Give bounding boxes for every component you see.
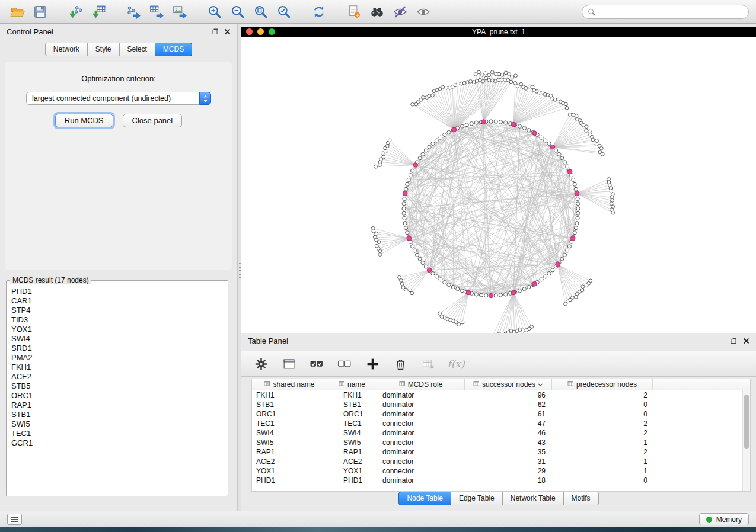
add-column-icon[interactable] bbox=[365, 356, 380, 371]
float-table-panel-icon[interactable] bbox=[731, 338, 737, 344]
mcds-result-box: MCDS result (17 nodes) PHD1CAR1STP4TID3Y… bbox=[6, 276, 228, 496]
table-row[interactable]: ORC1ORC1dominator610 bbox=[252, 409, 750, 419]
table-tab-edge-table[interactable]: Edge Table bbox=[451, 492, 503, 505]
show-columns-icon[interactable] bbox=[281, 356, 296, 371]
mcds-result-item[interactable]: STB1 bbox=[7, 410, 227, 419]
table-row[interactable]: STB1STB1dominator620 bbox=[252, 400, 750, 409]
deselect-all-icon[interactable] bbox=[337, 356, 352, 371]
mcds-result-item[interactable]: ACE2 bbox=[7, 372, 227, 382]
column-header-name[interactable]: name bbox=[327, 379, 377, 390]
table-row[interactable]: YOX1YOX1connector291 bbox=[252, 466, 750, 476]
mcds-result-item[interactable]: SWI5 bbox=[7, 419, 227, 429]
import-table-icon[interactable] bbox=[88, 2, 109, 21]
table-row[interactable]: RAP1RAP1dominator352 bbox=[252, 447, 750, 457]
control-tab-network[interactable]: Network bbox=[45, 43, 88, 56]
export-image-icon[interactable] bbox=[170, 2, 190, 21]
column-header-successor-nodes[interactable]: successor nodes bbox=[465, 379, 552, 390]
float-panel-icon[interactable] bbox=[212, 28, 218, 35]
mcds-result-item[interactable]: FKH1 bbox=[7, 363, 227, 372]
table-row[interactable]: PHD1PHD1dominator180 bbox=[252, 476, 750, 485]
control-tab-style[interactable]: Style bbox=[88, 43, 120, 56]
mcds-result-item[interactable]: GCR1 bbox=[7, 438, 227, 448]
cell-shared-name: ORC1 bbox=[252, 410, 327, 418]
criterion-selected-value: largest connected component (undirected) bbox=[32, 94, 171, 102]
mcds-result-item[interactable]: YOX1 bbox=[7, 325, 227, 334]
column-header-predecessor-nodes[interactable]: predecessor nodes bbox=[552, 379, 653, 390]
criterion-select[interactable]: largest connected component (undirected) bbox=[26, 92, 211, 105]
open-file-icon[interactable] bbox=[7, 2, 27, 21]
table-row[interactable]: SWI5SWI5connector431 bbox=[252, 438, 750, 447]
table-tab-network-table[interactable]: Network Table bbox=[503, 492, 564, 505]
export-network-icon[interactable] bbox=[123, 2, 143, 21]
mcds-result-item[interactable]: ORC1 bbox=[7, 391, 227, 400]
zoom-out-icon[interactable] bbox=[228, 2, 248, 21]
mcds-result-item[interactable]: RAP1 bbox=[7, 400, 227, 410]
cell-successor-nodes: 47 bbox=[465, 419, 552, 428]
export-table-icon[interactable] bbox=[146, 2, 167, 21]
window-maximize-icon[interactable] bbox=[269, 28, 275, 35]
zoom-selected-icon[interactable] bbox=[274, 2, 294, 21]
desktop-background bbox=[0, 527, 756, 532]
close-panel-button[interactable]: Close panel bbox=[123, 114, 183, 127]
table-settings-gear-icon[interactable] bbox=[253, 356, 269, 371]
cell-mcds-role: dominator bbox=[377, 400, 465, 409]
mcds-result-item[interactable]: STP4 bbox=[7, 306, 227, 315]
cell-name: SWI4 bbox=[327, 429, 377, 437]
mcds-result-item[interactable]: PMA2 bbox=[7, 353, 227, 363]
select-all-icon[interactable] bbox=[309, 356, 324, 371]
cell-predecessor-nodes: 0 bbox=[552, 410, 653, 418]
mcds-result-item[interactable]: TID3 bbox=[7, 315, 227, 325]
toolbar-search-field[interactable] bbox=[582, 5, 749, 19]
copy-style-icon[interactable] bbox=[344, 2, 364, 21]
table-scrollbar[interactable] bbox=[742, 390, 750, 491]
vertical-splitter[interactable] bbox=[237, 24, 241, 511]
cell-name: YOX1 bbox=[327, 467, 377, 475]
table-row[interactable]: TEC1TEC1connector472 bbox=[252, 419, 750, 428]
import-network-icon[interactable] bbox=[65, 2, 85, 21]
zoom-in-icon[interactable] bbox=[205, 2, 225, 21]
cell-predecessor-nodes: 2 bbox=[552, 448, 653, 456]
mcds-result-item[interactable]: PHD1 bbox=[7, 287, 227, 296]
window-close-icon[interactable] bbox=[246, 28, 253, 35]
scrollbar-thumb[interactable] bbox=[744, 395, 749, 449]
run-mcds-button[interactable]: Run MCDS bbox=[55, 114, 113, 127]
apply-layout-icon[interactable] bbox=[309, 2, 329, 21]
control-panel: Control Panel NetworkStyleSelectMCDS Opt… bbox=[0, 24, 237, 511]
memory-button[interactable]: Memory bbox=[699, 513, 749, 525]
window-minimize-icon[interactable] bbox=[257, 28, 264, 35]
search-icon bbox=[588, 9, 594, 14]
cell-name: PHD1 bbox=[327, 476, 377, 485]
mcds-result-item[interactable]: SWI4 bbox=[7, 334, 227, 344]
table-tab-node-table[interactable]: Node Table bbox=[398, 492, 451, 505]
table-icon bbox=[399, 380, 406, 389]
search-input[interactable] bbox=[598, 8, 742, 16]
zoom-fit-icon[interactable] bbox=[251, 2, 271, 21]
close-panel-icon[interactable] bbox=[224, 28, 231, 35]
mcds-result-item[interactable]: CAR1 bbox=[7, 296, 227, 306]
panel-menu-button[interactable] bbox=[7, 514, 22, 525]
mcds-result-item[interactable]: SRD1 bbox=[7, 344, 227, 353]
close-table-panel-icon[interactable] bbox=[743, 338, 749, 344]
table-row[interactable]: ACE2ACE2connector311 bbox=[252, 457, 750, 466]
column-header-shared-name[interactable]: shared name bbox=[252, 379, 327, 390]
column-header-mcds-role[interactable]: MCDS role bbox=[377, 379, 465, 390]
control-tab-mcds[interactable]: MCDS bbox=[155, 43, 192, 56]
mcds-result-item[interactable]: STB5 bbox=[7, 382, 227, 391]
hide-selected-icon[interactable] bbox=[390, 2, 410, 21]
cell-successor-nodes: 31 bbox=[465, 457, 552, 466]
chevron-down-icon[interactable] bbox=[538, 380, 543, 389]
delete-column-trash-icon[interactable] bbox=[393, 356, 408, 371]
control-tab-select[interactable]: Select bbox=[120, 43, 155, 56]
network-window-titlebar[interactable]: YPA_prune.txt_1 bbox=[241, 27, 756, 37]
mcds-result-item[interactable]: TEC1 bbox=[7, 429, 227, 438]
table-tab-motifs[interactable]: Motifs bbox=[564, 492, 599, 505]
cell-name: ACE2 bbox=[327, 457, 377, 466]
show-all-icon[interactable] bbox=[413, 2, 433, 21]
save-session-icon[interactable] bbox=[30, 2, 50, 21]
network-canvas[interactable] bbox=[241, 37, 756, 333]
table-row[interactable]: SWI4SWI4dominator462 bbox=[252, 428, 750, 438]
find-in-network-icon[interactable] bbox=[367, 2, 387, 21]
table-row[interactable]: FKH1FKH1dominator962 bbox=[252, 390, 750, 400]
cell-predecessor-nodes: 2 bbox=[552, 391, 653, 399]
table-panel-titlebar: Table Panel bbox=[241, 333, 756, 348]
